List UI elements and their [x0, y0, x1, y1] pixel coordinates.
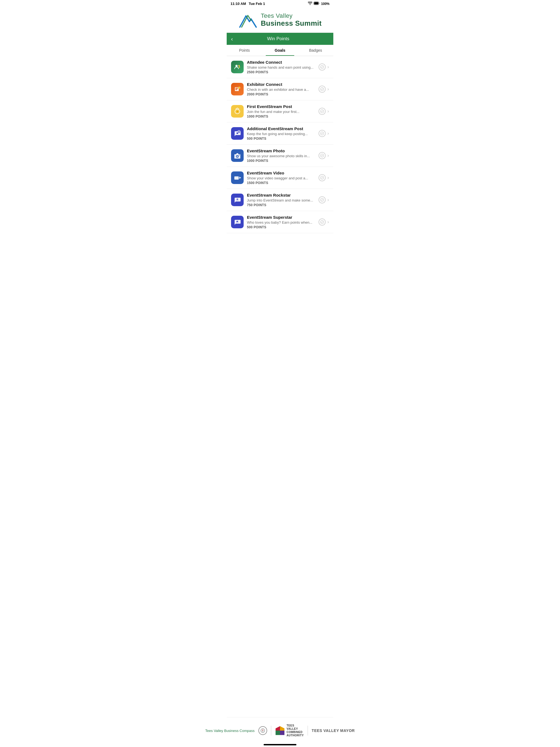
status-icons: 100% — [308, 2, 330, 6]
status-bar: 11:10 AM Tue Feb 1 100% — [227, 0, 333, 7]
superstar-desc: Who loves you baby? Earn points when... — [247, 221, 315, 225]
first-post-points: 1000 POINTS — [247, 114, 315, 119]
exhibitor-connect-content: Exhibitor Connect Check in with an exhib… — [247, 82, 315, 96]
attendee-connect-points: 2500 POINTS — [247, 70, 315, 74]
additional-post-points: 500 POINTS — [247, 137, 315, 140]
tvca-icon — [275, 726, 285, 736]
rockstar-check[interactable] — [319, 196, 326, 203]
tvca-text: TEES VALLEYCOMBINEDAUTHORITY — [286, 724, 304, 737]
additional-post-desc: Keep the fun going and keep posting... — [247, 132, 315, 136]
first-post-check[interactable] — [319, 108, 326, 115]
rockstar-chevron: › — [327, 197, 329, 203]
footer-brand-text: Tees Valley Business Compass — [227, 729, 255, 733]
goal-item-additional-post[interactable]: Additional EventStream Post Keep the fun… — [227, 123, 333, 145]
superstar-check[interactable] — [319, 218, 326, 226]
photo-desc: Show us your awesome photo skills in... — [247, 154, 315, 158]
attendee-connect-title: Attendee Connect — [247, 60, 315, 65]
logo-text: Tees Valley Business Summit — [261, 12, 322, 27]
additional-post-icon — [231, 127, 244, 140]
svg-text:!: ! — [239, 87, 239, 89]
exhibitor-connect-title: Exhibitor Connect — [247, 82, 315, 87]
attendee-connect-actions: › — [319, 63, 329, 71]
video-icon — [231, 172, 244, 184]
goal-item-video[interactable]: EventStream Video Show your video swagge… — [227, 167, 333, 189]
goal-item-rockstar[interactable]: EventStream Rockstar Jump into EventStre… — [227, 189, 333, 211]
photo-actions: › — [319, 152, 329, 159]
video-title: EventStream Video — [247, 171, 315, 175]
svg-marker-29 — [239, 177, 241, 179]
logo-top-text: Tees Valley — [261, 12, 322, 19]
tab-goals[interactable]: Goals — [262, 45, 298, 56]
tab-badges[interactable]: Badges — [298, 45, 333, 56]
svg-point-33 — [238, 199, 238, 200]
photo-title: EventStream Photo — [247, 149, 315, 153]
exhibitor-connect-desc: Check in with an exhibitor and have a... — [247, 87, 315, 92]
exhibitor-connect-check[interactable] — [319, 85, 326, 93]
video-actions: › — [319, 174, 329, 181]
exhibitor-connect-icon: ! — [231, 83, 244, 96]
svg-rect-8 — [235, 89, 237, 90]
superstar-points: 500 POINTS — [247, 225, 315, 229]
battery-icon — [314, 2, 320, 6]
photo-points: 1000 POINTS — [247, 159, 315, 163]
footer-divider-1 — [271, 726, 271, 736]
svg-rect-1 — [314, 2, 318, 4]
status-date: Tue Feb 1 — [249, 2, 265, 6]
svg-point-26 — [239, 155, 240, 156]
svg-marker-46 — [280, 730, 284, 735]
video-points: 1500 POINTS — [247, 181, 315, 185]
goal-item-attendee-connect[interactable]: Attendee Connect Shake some hands and ea… — [227, 56, 333, 78]
battery-pct: 100% — [321, 2, 330, 6]
goals-list: Attendee Connect Shake some hands and ea… — [227, 56, 333, 233]
mountain-logo-icon — [238, 12, 258, 28]
photo-check[interactable] — [319, 152, 326, 159]
video-check[interactable] — [319, 174, 326, 181]
goal-item-photo[interactable]: EventStream Photo Show us your awesome p… — [227, 145, 333, 167]
svg-point-32 — [236, 199, 237, 200]
goal-item-exhibitor-connect[interactable]: ! Exhibitor Connect Check in with an exh… — [227, 78, 333, 100]
attendee-connect-check[interactable] — [319, 63, 326, 71]
footer-divider-2 — [308, 726, 308, 736]
additional-post-content: Additional EventStream Post Keep the fun… — [247, 126, 315, 140]
goal-item-superstar[interactable]: EventStream Superstar Who loves you baby… — [227, 211, 333, 233]
attendee-connect-chevron: › — [327, 64, 329, 70]
photo-icon — [231, 149, 244, 162]
nav-bar: ‹ Win Points — [227, 33, 333, 45]
photo-content: EventStream Photo Show us your awesome p… — [247, 149, 315, 163]
exhibitor-connect-actions: › — [319, 85, 329, 93]
rockstar-icon — [231, 194, 244, 206]
status-time: 11:10 AM — [230, 2, 246, 6]
rockstar-actions: › — [319, 196, 329, 203]
first-post-title: First EventStream Post — [247, 104, 315, 109]
additional-post-check[interactable] — [319, 130, 326, 137]
first-post-icon — [231, 105, 244, 118]
logo-container: Tees Valley Business Summit — [238, 12, 322, 28]
video-content: EventStream Video Show your video swagge… — [247, 171, 315, 185]
back-button[interactable]: ‹ — [231, 34, 235, 44]
superstar-actions: › — [319, 218, 329, 226]
exhibitor-connect-chevron: › — [327, 86, 329, 92]
home-indicator — [263, 744, 297, 745]
footer-tvca-logo: TEES VALLEYCOMBINEDAUTHORITY — [275, 724, 304, 737]
superstar-icon — [231, 216, 244, 228]
wifi-icon — [308, 2, 312, 6]
exhibitor-connect-points: 2000 POINTS — [247, 93, 315, 96]
svg-point-25 — [236, 156, 238, 157]
tab-bar: Points Goals Badges — [227, 45, 333, 56]
attendee-connect-icon — [231, 61, 244, 73]
svg-point-14 — [236, 111, 238, 112]
app-header: Tees Valley Business Summit — [227, 7, 333, 33]
goal-item-first-post[interactable]: First EventStream Post Join the fun and … — [227, 100, 333, 123]
video-chevron: › — [327, 175, 329, 180]
tab-points[interactable]: Points — [227, 45, 262, 56]
attendee-connect-desc: Shake some hands and earn point using... — [247, 66, 315, 70]
rockstar-points: 750 POINTS — [247, 203, 315, 207]
attendee-connect-content: Attendee Connect Shake some hands and ea… — [247, 60, 315, 74]
svg-rect-6 — [235, 88, 238, 88]
additional-post-chevron: › — [327, 131, 329, 136]
first-post-content: First EventStream Post Join the fun and … — [247, 104, 315, 119]
svg-rect-7 — [235, 88, 238, 89]
additional-post-actions: › — [319, 130, 329, 137]
superstar-content: EventStream Superstar Who loves you baby… — [247, 215, 315, 229]
photo-chevron: › — [327, 153, 329, 158]
